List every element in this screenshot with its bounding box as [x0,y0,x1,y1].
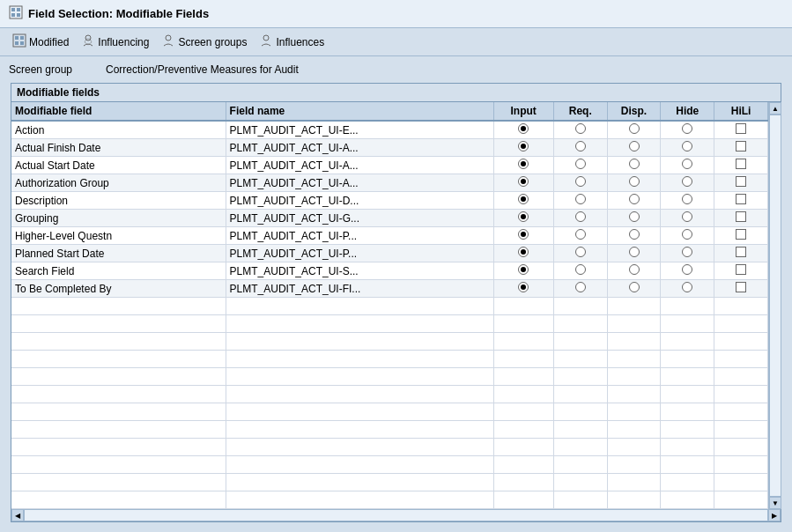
radio-cell[interactable] [553,121,607,139]
radio-cell[interactable] [661,192,714,210]
radio-cell[interactable] [607,227,661,245]
radio-button[interactable] [575,229,586,240]
radio-button[interactable] [518,264,529,275]
radio-button[interactable] [518,176,529,187]
radio-button[interactable] [575,159,586,169]
checkbox[interactable] [736,159,746,169]
radio-button[interactable] [629,229,640,240]
radio-cell[interactable] [607,121,661,139]
radio-cell[interactable] [661,139,714,157]
radio-button[interactable] [575,264,586,275]
checkbox[interactable] [736,176,746,187]
checkbox[interactable] [736,123,746,134]
checkbox-cell[interactable] [714,210,768,227]
radio-button[interactable] [518,247,529,257]
radio-cell[interactable] [661,210,714,227]
radio-cell[interactable] [493,280,553,298]
radio-cell[interactable] [553,280,607,298]
radio-button[interactable] [629,211,640,222]
checkbox[interactable] [736,247,746,257]
radio-button[interactable] [682,264,692,275]
checkbox-cell[interactable] [714,157,768,174]
checkbox[interactable] [736,211,746,222]
radio-cell[interactable] [493,210,553,227]
radio-button[interactable] [629,176,640,187]
vertical-scrollbar[interactable]: ▲ ▼ [768,102,781,509]
radio-button[interactable] [629,159,640,169]
radio-cell[interactable] [661,121,714,139]
radio-cell[interactable] [553,192,607,210]
checkbox-cell[interactable] [714,245,768,262]
radio-cell[interactable] [661,262,714,280]
checkbox-cell[interactable] [714,139,768,157]
radio-button[interactable] [518,159,529,169]
radio-cell[interactable] [493,262,553,280]
radio-button[interactable] [518,194,529,204]
radio-button[interactable] [629,247,640,257]
radio-cell[interactable] [661,245,714,262]
radio-cell[interactable] [607,174,661,192]
radio-cell[interactable] [493,192,553,210]
scroll-track[interactable] [769,115,781,497]
radio-cell[interactable] [553,245,607,262]
radio-cell[interactable] [493,139,553,157]
radio-button[interactable] [518,141,529,151]
radio-button[interactable] [629,282,640,292]
radio-button[interactable] [629,264,640,275]
radio-cell[interactable] [661,157,714,174]
checkbox-cell[interactable] [714,280,768,298]
radio-button[interactable] [682,247,692,257]
checkbox[interactable] [736,141,746,151]
radio-button[interactable] [682,229,692,240]
radio-button[interactable] [575,123,586,134]
radio-button[interactable] [682,211,692,222]
radio-button[interactable] [518,211,529,222]
scroll-left-arrow[interactable]: ◀ [11,509,24,521]
radio-cell[interactable] [553,262,607,280]
radio-button[interactable] [629,141,640,151]
scroll-right-arrow[interactable]: ▶ [768,509,781,521]
radio-cell[interactable] [553,227,607,245]
radio-cell[interactable] [607,280,661,298]
influences-button[interactable]: Influences [254,32,329,52]
radio-cell[interactable] [607,245,661,262]
checkbox-cell[interactable] [714,121,768,139]
radio-cell[interactable] [493,227,553,245]
radio-cell[interactable] [607,139,661,157]
radio-cell[interactable] [661,280,714,298]
radio-cell[interactable] [493,157,553,174]
radio-cell[interactable] [493,174,553,192]
radio-button[interactable] [682,123,692,134]
radio-cell[interactable] [553,157,607,174]
radio-button[interactable] [682,141,692,151]
radio-cell[interactable] [607,262,661,280]
checkbox-cell[interactable] [714,192,768,210]
radio-button[interactable] [575,176,586,187]
radio-cell[interactable] [607,157,661,174]
screen-groups-button[interactable]: Screen groups [156,32,252,52]
scroll-down-arrow[interactable]: ▼ [769,497,781,509]
radio-cell[interactable] [553,210,607,227]
scroll-up-arrow[interactable]: ▲ [769,102,781,115]
checkbox[interactable] [736,229,746,240]
checkbox[interactable] [736,282,746,292]
radio-cell[interactable] [553,139,607,157]
radio-cell[interactable] [493,245,553,262]
checkbox-cell[interactable] [714,262,768,280]
radio-cell[interactable] [661,227,714,245]
checkbox-cell[interactable] [714,227,768,245]
radio-button[interactable] [682,282,692,292]
radio-button[interactable] [682,159,692,169]
radio-cell[interactable] [607,192,661,210]
radio-cell[interactable] [607,210,661,227]
radio-button[interactable] [575,141,586,151]
modified-button[interactable]: Modified [7,32,74,52]
radio-button[interactable] [629,123,640,134]
radio-button[interactable] [682,176,692,187]
radio-button[interactable] [518,229,529,240]
radio-button[interactable] [575,211,586,222]
checkbox[interactable] [736,194,746,204]
checkbox[interactable] [736,264,746,275]
h-scroll-track[interactable] [24,509,768,521]
checkbox-cell[interactable] [714,174,768,192]
